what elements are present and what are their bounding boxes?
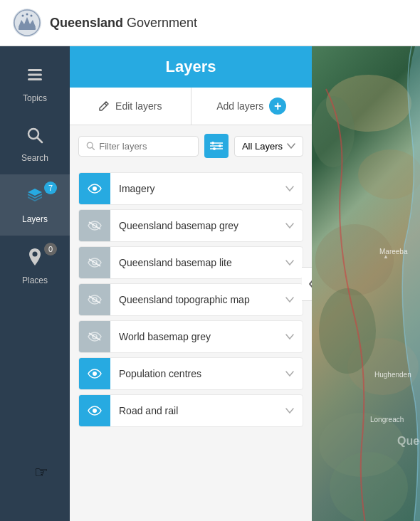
layer-expand-button-imagery[interactable] bbox=[277, 173, 303, 204]
layer-name-road-and-rail: Road and rail bbox=[110, 405, 277, 416]
layer-visibility-button-population-centres[interactable] bbox=[79, 358, 110, 389]
layer-visibility-button-qld-basemap-grey[interactable] bbox=[79, 210, 110, 241]
layer-expand-button-qld-basemap-grey[interactable] bbox=[277, 210, 303, 241]
map-terrain-svg: Mareeba ▲ Hughenden Longreach Queensland… bbox=[312, 46, 420, 521]
svg-point-15 bbox=[33, 252, 38, 257]
app-header: Queensland Government bbox=[0, 0, 420, 46]
filter-input-wrap bbox=[78, 136, 199, 157]
layer-visibility-button-world-basemap-grey[interactable] bbox=[79, 321, 110, 352]
map-background: Mareeba ▲ Hughenden Longreach Queensland… bbox=[312, 46, 420, 521]
svg-text:Queensland: Queensland bbox=[397, 435, 420, 447]
svg-rect-7 bbox=[28, 69, 42, 71]
collapse-panel-button[interactable] bbox=[302, 267, 312, 301]
svg-point-34 bbox=[93, 372, 97, 376]
sidebar-item-search-label: Search bbox=[21, 153, 48, 163]
svg-point-5 bbox=[26, 14, 28, 16]
eye-visible-icon bbox=[88, 369, 102, 379]
svg-rect-3 bbox=[19, 27, 36, 30]
layer-visibility-button-qld-basemap-lite[interactable] bbox=[79, 247, 110, 278]
layer-name-qld-basemap-grey: Queensland basemap grey bbox=[110, 220, 277, 231]
svg-text:Longreach: Longreach bbox=[370, 416, 404, 423]
chevron-down-icon bbox=[285, 297, 294, 302]
filter-bar: All Layers bbox=[70, 125, 312, 167]
layer-name-qld-basemap-lite: Queensland basemap lite bbox=[110, 257, 277, 268]
add-circle-icon: + bbox=[269, 98, 286, 115]
places-icon bbox=[26, 247, 43, 271]
sidebar: Topics Search 7 Layers bbox=[0, 46, 70, 521]
sidebar-item-places-label: Places bbox=[22, 275, 48, 285]
layer-visibility-button-qld-topographic[interactable] bbox=[79, 284, 110, 315]
chevron-down-icon bbox=[285, 334, 294, 340]
layer-item-qld-topographic: Queensland topographic map bbox=[78, 283, 303, 316]
sidebar-item-layers[interactable]: 7 Layers bbox=[0, 174, 70, 236]
svg-point-6 bbox=[31, 15, 33, 17]
places-badge: 0 bbox=[44, 243, 57, 256]
panel-title: Layers bbox=[166, 58, 216, 75]
qld-crest-icon bbox=[11, 7, 43, 38]
layer-expand-button-population-centres[interactable] bbox=[277, 358, 303, 389]
svg-point-43 bbox=[330, 452, 408, 521]
cursor-indicator: ☞ bbox=[34, 463, 48, 482]
sidebar-item-topics[interactable]: Topics bbox=[0, 53, 70, 115]
svg-text:Hughenden: Hughenden bbox=[374, 371, 411, 379]
layers-icon bbox=[25, 186, 45, 210]
svg-rect-8 bbox=[28, 74, 42, 76]
svg-line-16 bbox=[105, 103, 107, 105]
chevron-down-icon bbox=[285, 260, 294, 265]
layer-list: Imagery Queensland basemap grey Queensla… bbox=[70, 167, 312, 521]
eye-hidden-icon bbox=[88, 221, 102, 231]
eye-hidden-icon bbox=[88, 332, 102, 342]
map-area: Mareeba ▲ Hughenden Longreach Queensland… bbox=[312, 46, 420, 521]
layer-name-population-centres: Population centres bbox=[110, 368, 277, 379]
chevron-down-icon bbox=[285, 186, 294, 191]
svg-point-42 bbox=[319, 288, 376, 374]
svg-line-11 bbox=[38, 138, 43, 143]
layer-expand-button-road-and-rail[interactable] bbox=[277, 395, 303, 426]
filter-search-icon bbox=[86, 141, 95, 151]
sidebar-item-layers-label: Layers bbox=[22, 214, 48, 224]
header-logo: Queensland Government bbox=[11, 7, 197, 38]
layer-item-world-basemap-grey: World basemap grey bbox=[78, 320, 303, 353]
layer-item-population-centres: Population centres bbox=[78, 357, 303, 390]
layer-name-imagery: Imagery bbox=[110, 183, 277, 194]
layer-item-road-and-rail: Road and rail bbox=[78, 394, 303, 427]
chevron-down-icon bbox=[287, 143, 295, 149]
layers-badge: 7 bbox=[44, 181, 57, 194]
svg-line-18 bbox=[92, 147, 94, 149]
eye-visible-icon bbox=[88, 406, 102, 416]
pencil-icon bbox=[98, 100, 110, 112]
layer-item-imagery: Imagery bbox=[78, 172, 303, 205]
filter-icon bbox=[210, 141, 223, 151]
panel-header: Layers bbox=[70, 46, 312, 88]
all-layers-dropdown[interactable]: All Layers bbox=[234, 136, 303, 157]
eye-visible-icon bbox=[88, 184, 102, 194]
main-layout: Topics Search 7 Layers bbox=[0, 46, 420, 521]
layer-name-world-basemap-grey: World basemap grey bbox=[110, 331, 277, 342]
svg-point-25 bbox=[93, 186, 97, 191]
chevron-down-icon bbox=[285, 408, 294, 414]
layer-item-qld-basemap-grey: Queensland basemap grey bbox=[78, 209, 303, 242]
svg-point-4 bbox=[22, 15, 24, 17]
eye-hidden-icon bbox=[88, 295, 102, 305]
layer-item-qld-basemap-lite: Queensland basemap lite bbox=[78, 246, 303, 279]
topics-icon bbox=[25, 65, 45, 89]
chevron-down-icon bbox=[285, 223, 294, 228]
panel-actions: Edit layers Add layers + bbox=[70, 88, 312, 125]
header-title: Queensland Government bbox=[50, 16, 197, 31]
sidebar-item-places[interactable]: 0 Places bbox=[0, 236, 70, 297]
filter-options-button[interactable] bbox=[204, 134, 229, 158]
edit-layers-button[interactable]: Edit layers bbox=[70, 88, 191, 125]
layer-expand-button-qld-topographic[interactable] bbox=[277, 284, 303, 315]
layer-expand-button-qld-basemap-lite[interactable] bbox=[277, 247, 303, 278]
eye-hidden-icon bbox=[88, 258, 102, 268]
add-layers-button[interactable]: Add layers + bbox=[191, 88, 313, 125]
filter-input[interactable] bbox=[99, 141, 191, 152]
layer-visibility-button-road-and-rail[interactable] bbox=[79, 395, 110, 426]
sidebar-item-topics-label: Topics bbox=[23, 93, 47, 103]
chevron-down-icon bbox=[285, 371, 294, 377]
svg-text:▲: ▲ bbox=[383, 253, 389, 260]
layer-visibility-button-imagery[interactable] bbox=[79, 173, 110, 204]
layer-expand-button-world-basemap-grey[interactable] bbox=[277, 321, 303, 352]
sidebar-item-search[interactable]: Search bbox=[0, 115, 70, 174]
search-icon bbox=[26, 126, 44, 149]
